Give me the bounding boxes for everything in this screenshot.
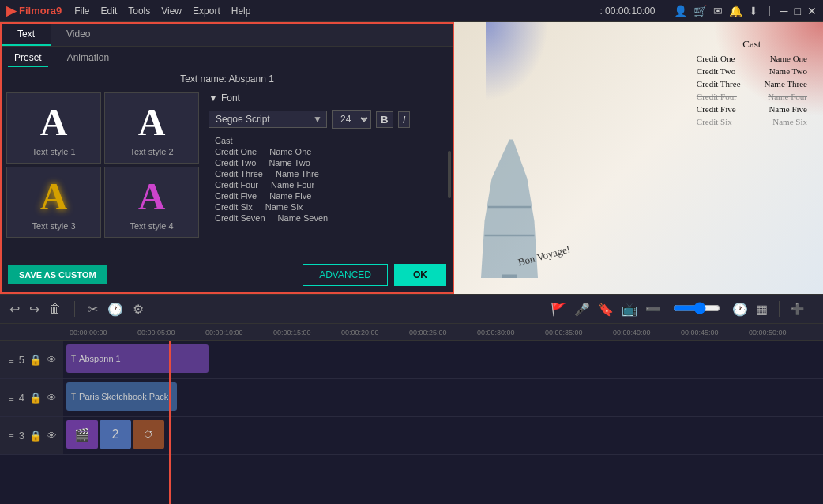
add-track-icon[interactable]: ➕ [791, 303, 804, 315]
ruler-mark-9: 00:00:45:00 [681, 329, 749, 337]
menu-edit[interactable]: Edit [101, 6, 118, 17]
credit-role: Credit Four [215, 180, 258, 190]
ruler-marks: 00:00:00:00 00:00:05:00 00:00:10:00 00:0… [70, 329, 817, 337]
video-background: Cast Credit OneName One Credit TwoName T… [454, 22, 823, 294]
track-content-1[interactable]: T Abspann 1 [63, 341, 823, 378]
video-clip-3[interactable]: 🎬 2 ⏱ [66, 420, 164, 449]
preset-label-2: Text style 2 [130, 147, 173, 156]
track-content-2[interactable]: T Paris Sketchbook Pack [63, 379, 823, 416]
credit-row-1: Credit One Name One [212, 146, 445, 157]
text-panel: Text Video Preset Animation Text name: A… [0, 22, 454, 294]
bookmark-icon[interactable]: 🔖 [598, 302, 614, 317]
video-credit-1: Credit OneName One [697, 54, 807, 63]
menu-help[interactable]: Help [231, 6, 251, 17]
credit-role: Credit Six [215, 202, 253, 212]
ruler-mark-1: 00:00:05:00 [137, 329, 205, 337]
video-credits-overlay: Cast Credit OneName One Credit TwoName T… [697, 38, 807, 130]
maximize-button[interactable]: □ [795, 5, 801, 17]
credit-row-2: Credit Two Name Two [212, 157, 445, 168]
credit-name: Name Two [269, 158, 310, 167]
credit-name: Name Five [269, 191, 311, 201]
video-credit-5: Credit FiveName Five [697, 104, 807, 114]
clock-reset-icon[interactable]: 🕐 [732, 302, 748, 317]
video-credit-4: Credit FourName Four [697, 92, 807, 101]
mic-icon[interactable]: 🎤 [574, 302, 590, 317]
advanced-button[interactable]: ADVANCED [303, 264, 388, 286]
track-1-lock-icon[interactable]: 🔒 [29, 354, 42, 366]
ok-button[interactable]: OK [394, 264, 446, 286]
credit-role: Credit Five [215, 191, 257, 201]
cart-icon[interactable]: 🛒 [693, 5, 707, 17]
main-tab-bar: Text Video [2, 24, 453, 47]
text-clip-2-icon: T [71, 393, 76, 401]
vid-seg-2-thumb: 2 [100, 420, 131, 449]
subtab-preset[interactable]: Preset [8, 50, 48, 67]
track-2-eye-icon[interactable]: 👁 [47, 392, 57, 404]
track-2-lock-icon[interactable]: 🔒 [29, 392, 42, 404]
text-clip-2[interactable]: T Paris Sketchbook Pack [66, 382, 177, 411]
screen-record-icon[interactable]: 📺 [622, 302, 637, 317]
credit-name: Name Seven [278, 213, 329, 223]
subtab-animation[interactable]: Animation [61, 50, 115, 67]
track-3-eye-icon[interactable]: 👁 [47, 430, 57, 442]
redo-icon[interactable]: ↪ [29, 302, 39, 317]
cut-icon[interactable]: ✂ [88, 302, 98, 317]
text-clip-1[interactable]: T Abspann 1 [66, 344, 209, 373]
minimize-button[interactable]: ─ [780, 5, 788, 17]
panel-bottom-buttons: SAVE AS CUSTOM ADVANCED OK [8, 264, 446, 286]
track-content-3[interactable]: 🎬 2 ⏱ [63, 417, 823, 454]
track-controls-1: ≡ 5 🔒 👁 [0, 341, 63, 378]
toolbar-separator-1 [74, 301, 75, 317]
menu-file[interactable]: File [74, 6, 89, 17]
size-select[interactable]: 24 [332, 110, 371, 129]
delete-icon[interactable]: 🗑 [49, 302, 62, 316]
track-3-number: 3 [19, 430, 24, 442]
clock-icon[interactable]: 🕐 [107, 302, 123, 317]
playhead[interactable] [169, 341, 171, 504]
flag-icon[interactable]: 🚩 [551, 302, 566, 317]
undo-icon[interactable]: ↩ [9, 302, 20, 317]
tab-video[interactable]: Video [51, 24, 106, 46]
minus-circle-icon[interactable]: ➖ [645, 302, 661, 317]
grid-icon[interactable]: ▦ [756, 302, 768, 317]
menu-export[interactable]: Export [193, 6, 220, 17]
preset-style-4[interactable]: A Text style 4 [104, 167, 199, 238]
settings-icon[interactable]: ⚙ [133, 302, 144, 317]
preset-style-3[interactable]: A Text style 3 [6, 167, 101, 238]
ruler-mark-3: 00:00:15:00 [273, 329, 341, 337]
preset-label-1: Text style 1 [32, 147, 75, 156]
credit-row-3: Credit Three Name Thre [212, 168, 445, 179]
zoom-slider[interactable] [673, 302, 720, 314]
close-button[interactable]: ✕ [807, 5, 817, 17]
credit-name: Name Thre [276, 169, 319, 179]
vid-seg-1: 🎬 [66, 420, 98, 449]
track-1-number: 5 [19, 354, 24, 366]
zoom-slider-container [669, 302, 724, 317]
download-icon[interactable]: ⬇ [749, 5, 758, 17]
italic-button[interactable]: I [398, 111, 411, 128]
tab-text[interactable]: Text [2, 24, 51, 46]
menu-tools[interactable]: Tools [128, 6, 150, 17]
save-as-custom-button[interactable]: SAVE AS CUSTOM [8, 265, 107, 284]
bold-button[interactable]: B [376, 111, 393, 128]
text-name-display: Text name: Abspann 1 [2, 70, 453, 88]
credit-role: Credit One [215, 147, 257, 156]
user-icon[interactable]: 👤 [674, 5, 687, 17]
track-3-lock-icon[interactable]: 🔒 [29, 430, 42, 442]
vid-seg-1-thumb: 🎬 [66, 420, 98, 449]
track-row-1: ≡ 5 🔒 👁 T Abspann 1 [0, 341, 823, 379]
font-select[interactable]: Segoe Script [209, 111, 327, 128]
menu-view[interactable]: View [161, 6, 182, 17]
credit-row-4: Credit Four Name Four [212, 179, 445, 190]
track-1-eye-icon[interactable]: 👁 [47, 354, 57, 366]
svg-rect-3 [502, 275, 517, 279]
preset-style-2[interactable]: A Text style 2 [104, 92, 199, 164]
preset-style-1[interactable]: A Text style 1 [6, 92, 101, 164]
preset-letter-2: A [138, 100, 166, 144]
toolbar-separator-2 [779, 301, 780, 317]
bell-icon[interactable]: 🔔 [729, 5, 742, 17]
font-collapse-icon[interactable]: ▼ [209, 92, 218, 103]
mail-icon[interactable]: ✉ [713, 5, 723, 17]
ruler-mark-5: 00:00:25:00 [409, 329, 477, 337]
vid-seg-2: 2 [100, 420, 131, 449]
